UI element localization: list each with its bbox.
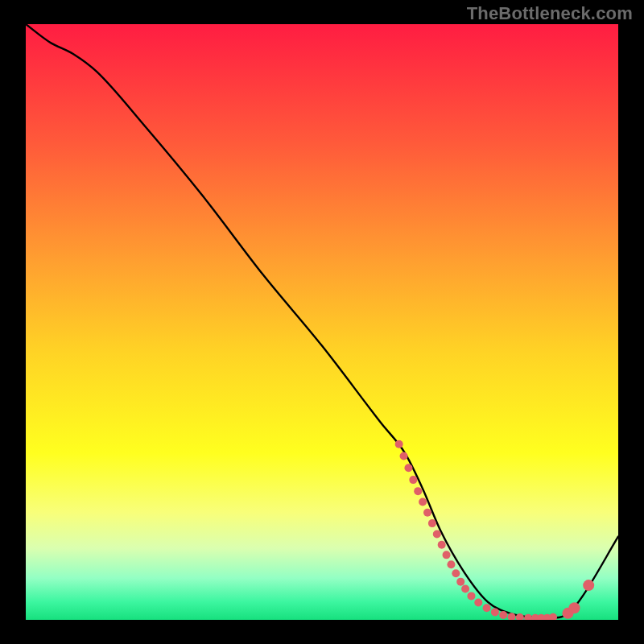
curve-marker [400, 452, 408, 460]
chart-stage: TheBottleneck.com [0, 0, 644, 644]
curve-marker [423, 509, 431, 517]
curve-marker [395, 440, 403, 448]
curve-marker [549, 613, 557, 621]
curve-marker [483, 604, 491, 612]
curve-marker [443, 551, 451, 559]
curve-marker [456, 578, 464, 586]
bottleneck-chart [0, 0, 644, 644]
curve-marker [438, 541, 446, 549]
attribution-label: TheBottleneck.com [467, 3, 633, 24]
curve-marker [461, 585, 469, 593]
curve-marker [499, 611, 507, 619]
curve-marker [524, 614, 532, 622]
curve-marker [569, 602, 580, 613]
curve-marker [491, 608, 499, 616]
curve-marker [428, 519, 436, 527]
plot-background [26, 24, 618, 620]
curve-marker [433, 530, 441, 538]
curve-marker [414, 487, 422, 495]
curve-marker [447, 560, 455, 568]
curve-marker [474, 599, 482, 607]
curve-marker [508, 613, 516, 621]
curve-marker [452, 569, 460, 577]
curve-marker [516, 613, 524, 621]
curve-marker [583, 580, 594, 591]
curve-marker [419, 497, 427, 506]
curve-marker [467, 592, 475, 600]
curve-marker [409, 476, 417, 484]
curve-marker [404, 464, 412, 472]
